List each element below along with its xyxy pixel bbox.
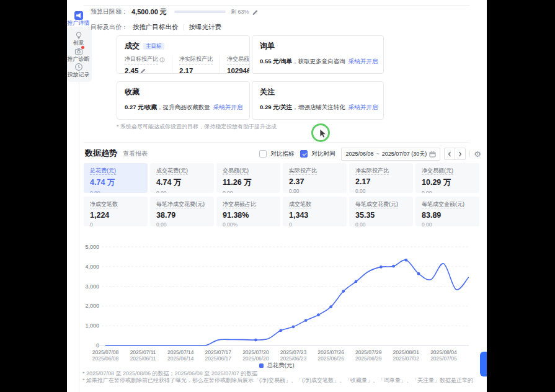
compare-time-checkbox[interactable] [300, 150, 308, 158]
prev-period-button[interactable] [445, 148, 455, 159]
bulb-icon [74, 31, 83, 40]
goal-card-deal[interactable]: 成交 主目标 净目标投产比 2.45 净实际投产比 2.17 净交易额 [117, 35, 250, 74]
svg-text:2025/07/26: 2025/07/26 [317, 349, 344, 355]
follow-desc: ，增强店铺关注转化 [292, 104, 345, 110]
calendar-icon [429, 151, 436, 158]
megaphone-icon [74, 11, 83, 20]
svg-text:2025/07/05: 2025/07/05 [430, 355, 457, 362]
footnote-line: * 2025/07/08 至 2025/08/06 的数据；2025/06/08… [82, 370, 473, 377]
next-period-button[interactable] [455, 148, 465, 159]
metric-card-2[interactable]: 交易额(元)11.26 万0.00 [216, 163, 280, 193]
tab-bid-by-exposure[interactable]: 按曝光计费 [189, 23, 222, 32]
metric-card-9[interactable]: 成交笔数1,3430 [283, 197, 347, 226]
svg-text:2025/06/08: 2025/06/08 [92, 355, 119, 362]
metric-label: 每笔成交金额(元) [422, 200, 473, 208]
tab-bid-by-goal[interactable]: 按推广目标出价 [133, 23, 179, 32]
metric-value: 35.35 [355, 211, 407, 220]
metric-compare-value: 0.00% [223, 221, 274, 226]
svg-text:2025/07/20: 2025/07/20 [242, 349, 269, 355]
stat-value: 2.17 [179, 67, 193, 74]
svg-text:2025/08/01: 2025/08/01 [393, 349, 420, 355]
trend-section-title: 数据趋势 [85, 148, 117, 159]
metric-compare-value: 0.00 [355, 188, 407, 193]
info-icon [159, 57, 165, 63]
metric-label: 净交易额(元) [422, 167, 473, 175]
budget-amount: 4,500.00 元 [131, 7, 167, 17]
deal-card-title: 成交 [125, 41, 140, 51]
goal-bid-label: 目标及出价： [91, 23, 128, 32]
svg-text:2025/07/08: 2025/07/08 [92, 349, 119, 355]
app-window: 推广详情创意推广诊断投放记录 预算日限额： 4,500.00 元 剩 63% 目… [67, 0, 487, 392]
edit-roi-pencil-icon[interactable] [140, 68, 146, 74]
goal-card-inquiry[interactable]: 询单 0.55 元/询单，获取更多意向咨询采纳并开启 [252, 35, 384, 74]
svg-text:2025/07/02: 2025/07/02 [393, 355, 420, 362]
inquiry-price: 0.55 元/询单 [260, 58, 292, 65]
svg-text:2025/07/29: 2025/07/29 [355, 349, 382, 355]
metric-card-5[interactable]: 净交易额(元)10.29 万0.00 [415, 163, 479, 193]
svg-text:5,000: 5,000 [85, 244, 99, 250]
metric-label: 交易额(元) [223, 167, 274, 175]
stat-value: 102946.60 [227, 67, 250, 74]
view-report-link[interactable]: 查看报表 [123, 149, 148, 158]
metric-value: 1,343 [289, 211, 340, 220]
primary-goal-badge: 主目标 [143, 43, 164, 50]
chart-legend: 总花费(元) [67, 362, 487, 370]
inquiry-adopt-link[interactable]: 采纳并开启 [349, 58, 378, 65]
follow-adopt-link[interactable]: 采纳并开启 [349, 104, 378, 110]
svg-text:2025/07/11: 2025/07/11 [130, 349, 156, 355]
goal-cards-grid: 成交 主目标 净目标投产比 2.45 净实际投产比 2.17 净交易额 [117, 35, 384, 120]
metric-card-1[interactable]: 成交花费(元)4.74 万0.00 [150, 163, 214, 193]
goal-note: * 系统会尽可能达成你设置的目标，保持稳定投放有助于提升达成 [117, 123, 277, 131]
metric-card-4[interactable]: 净实际投产比2.170.00 [349, 163, 413, 193]
metric-card-3[interactable]: 实际投产比2.370.00 [283, 163, 347, 193]
metric-card-11[interactable]: 每笔成交金额(元)83.890.00 [415, 197, 479, 226]
inquiry-card-title: 询单 [260, 41, 275, 51]
metric-value: 83.89 [422, 211, 473, 220]
top-divider [84, 5, 469, 6]
metric-value: 10.29 万 [422, 177, 473, 188]
date-range-picker[interactable]: 2025/06/08 ~ 2025/07/07 (30天) [341, 148, 440, 161]
gear-icon[interactable]: ⚙ [474, 150, 481, 158]
goal-card-follow[interactable]: 关注 0.29 元/关注，增强店铺关注转化采纳并开启 [252, 81, 384, 120]
metric-card-8[interactable]: 净交易额占比91.38%0.00% [216, 197, 280, 226]
floating-side-button[interactable] [480, 352, 487, 376]
metric-value: 11.26 万 [223, 177, 274, 188]
svg-text:2025/06/17: 2025/06/17 [205, 355, 232, 362]
controls-divider [469, 150, 470, 158]
budget-edit-pencil-icon[interactable] [252, 9, 259, 16]
metric-compare-value: 0.00 [90, 190, 141, 193]
metric-label: 每笔成交花费(元) [355, 200, 407, 208]
metric-card-6[interactable]: 净成交笔数1,2240 [84, 197, 148, 226]
metric-cards-grid: 总花费(元)4.74 万0.00成交花费(元)4.74 万0.00交易额(元)1… [84, 163, 479, 226]
metric-card-0[interactable]: 总花费(元)4.74 万0.00 [84, 163, 148, 193]
follow-card-title: 关注 [260, 87, 275, 97]
metric-card-7[interactable]: 每笔净成交花费(元)38.790.00 [150, 197, 214, 226]
metric-label: 净实际投产比 [355, 167, 407, 175]
follow-price: 0.29 元/关注 [260, 104, 292, 110]
metric-label: 成交笔数 [289, 200, 340, 208]
svg-text:2025/07/23: 2025/07/23 [280, 349, 307, 355]
goal-card-favorite[interactable]: 收藏 0.27 元/收藏，提升商品收藏数量采纳并开启 [117, 81, 250, 120]
letterbox-right [487, 0, 555, 392]
metric-value: 38.79 [156, 211, 208, 220]
sidebar-item-label: 投放记录 [67, 71, 99, 79]
date-nav-group [444, 148, 466, 160]
budget-remaining: 剩 63% [231, 8, 249, 16]
metric-compare-value: 0.00 [355, 221, 407, 226]
metric-compare-value: 0.00 [289, 188, 340, 193]
favorite-adopt-link[interactable]: 采纳并开启 [213, 104, 243, 110]
metric-value: 91.38% [223, 211, 274, 220]
metric-label: 成交花费(元) [156, 167, 208, 175]
metric-compare-value: 0.00 [422, 221, 473, 226]
metric-compare-value: 0.00 [223, 190, 274, 193]
svg-text:3,000: 3,000 [85, 283, 99, 290]
compare-metric-checkbox[interactable] [259, 150, 267, 158]
svg-text:2025/08/04: 2025/08/04 [430, 349, 457, 355]
svg-text:2025/07/17: 2025/07/17 [205, 349, 232, 355]
metric-card-10[interactable]: 每笔成交花费(元)35.350.00 [349, 197, 413, 226]
svg-text:2025/06/29: 2025/06/29 [355, 355, 382, 362]
footnote-line: * 如果推广在暂停或删除前已经获得了曝光，那么在暂停或删除后展示「(净)交易额」… [82, 377, 473, 384]
footnotes: * 2025/07/08 至 2025/08/06 的数据；2025/06/08… [82, 370, 473, 385]
stat-label: 净目标投产比 [125, 55, 158, 65]
favorite-desc: ，提升商品收藏数量 [157, 104, 210, 110]
